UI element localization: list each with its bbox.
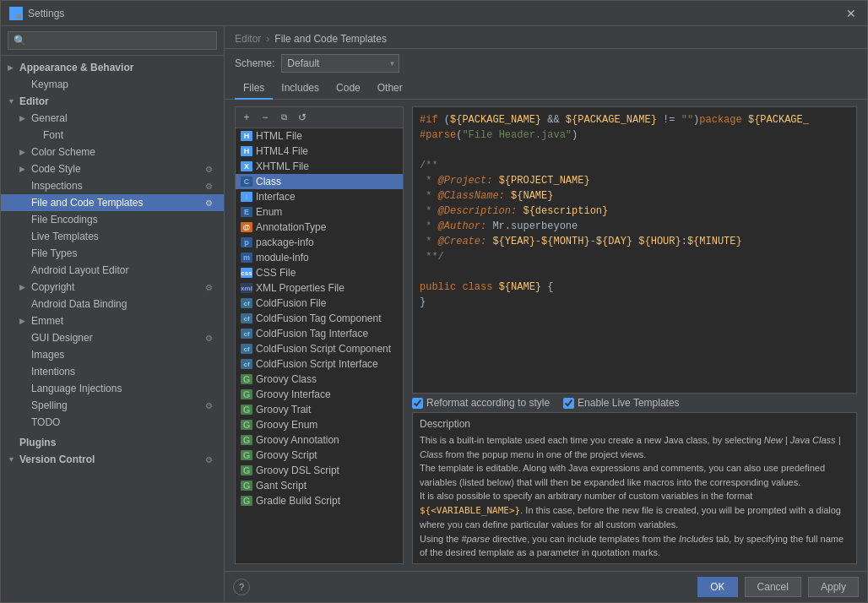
- svg-rect-3: [17, 14, 21, 19]
- reformat-checkbox-label[interactable]: Reformat according to style: [412, 397, 550, 409]
- file-item-gradle-build-script[interactable]: G Gradle Build Script: [236, 493, 403, 508]
- sidebar-item-file-and-code-templates[interactable]: File and Code Templates ⚙: [1, 194, 224, 211]
- file-item-css-file[interactable]: css CSS File: [236, 265, 403, 280]
- file-item-interface[interactable]: I Interface: [236, 189, 403, 204]
- file-item-cf-tag-component[interactable]: cf ColdFusion Tag Component: [236, 311, 403, 326]
- file-item-groovy-interface[interactable]: G Groovy Interface: [236, 387, 403, 402]
- file-icon: G: [241, 405, 252, 415]
- sidebar-item-language-injections[interactable]: Language Injections: [1, 380, 224, 397]
- scheme-select[interactable]: Default Project: [281, 54, 399, 73]
- sidebar-item-general[interactable]: ▶ General: [1, 110, 224, 127]
- sidebar-item-label: File and Code Templates: [31, 197, 202, 209]
- file-icon: G: [241, 465, 252, 475]
- file-item-gant-script[interactable]: G Gant Script: [236, 478, 403, 493]
- close-button[interactable]: ✕: [844, 6, 859, 21]
- sidebar-item-code-style[interactable]: ▶ Code Style ⚙: [1, 160, 224, 177]
- file-item-groovy-dsl-script[interactable]: G Groovy DSL Script: [236, 463, 403, 478]
- live-templates-checkbox-label[interactable]: Enable Live Templates: [563, 397, 680, 409]
- file-item-groovy-annotation[interactable]: G Groovy Annotation: [236, 432, 403, 448]
- file-item-groovy-trait[interactable]: G Groovy Trait: [236, 402, 403, 417]
- sidebar-item-images[interactable]: Images: [1, 346, 224, 363]
- sidebar-item-spelling[interactable]: Spelling ⚙: [1, 397, 224, 414]
- sidebar-item-android-layout-editor[interactable]: Android Layout Editor: [1, 262, 224, 279]
- file-item-class[interactable]: C Class: [236, 174, 403, 189]
- file-item-html4[interactable]: H HTML4 File: [236, 144, 403, 159]
- code-editor[interactable]: #if (${PACKAGE_NAME} && ${PACKAGE_NAME} …: [412, 106, 857, 394]
- sidebar-item-inspections[interactable]: Inspections ⚙: [1, 177, 224, 194]
- file-item-cf-script-interface[interactable]: cf ColdFusion Script Interface: [236, 356, 403, 372]
- file-item-groovy-script[interactable]: G Groovy Script: [236, 448, 403, 463]
- file-item-html[interactable]: H HTML File: [236, 128, 403, 144]
- arrow-icon: ▶: [19, 317, 31, 325]
- remove-button[interactable]: −: [258, 110, 273, 125]
- sidebar-item-copyright[interactable]: ▶ Copyright ⚙: [1, 279, 224, 296]
- arrow-icon: [31, 131, 43, 139]
- code-line: * @ClassName: ${NAME}: [420, 188, 849, 204]
- gear-icon: ⚙: [205, 455, 217, 464]
- sidebar-item-file-types[interactable]: File Types: [1, 245, 224, 262]
- sidebar-item-label: Plugins: [19, 437, 217, 448]
- sidebar-item-editor[interactable]: ▼ Editor: [1, 93, 224, 110]
- arrow-icon: [19, 401, 31, 410]
- arrow-icon: [19, 350, 31, 359]
- file-icon: css: [241, 268, 252, 278]
- sidebar-item-todo[interactable]: TODO: [1, 414, 224, 431]
- help-button[interactable]: ?: [233, 579, 250, 595]
- file-item-module-info[interactable]: m module-info: [236, 250, 403, 265]
- scheme-label: Scheme:: [235, 57, 274, 69]
- live-templates-checkbox[interactable]: [563, 398, 574, 409]
- arrow-icon: [19, 266, 31, 274]
- tab-code[interactable]: Code: [328, 78, 369, 100]
- file-item-groovy-class[interactable]: G Groovy Class: [236, 372, 403, 387]
- reset-button[interactable]: ↺: [295, 110, 310, 125]
- gear-icon: ⚙: [205, 334, 217, 343]
- file-item-xml-properties[interactable]: xml XML Properties File: [236, 280, 403, 296]
- reformat-label: Reformat according to style: [426, 397, 550, 409]
- file-item-coldfusion-file[interactable]: cf ColdFusion File: [236, 296, 403, 311]
- arrow-icon: [19, 80, 31, 89]
- sidebar-item-live-templates[interactable]: Live Templates: [1, 228, 224, 245]
- tab-other[interactable]: Other: [369, 78, 411, 100]
- search-input[interactable]: [8, 31, 217, 50]
- sidebar-item-color-scheme[interactable]: ▶ Color Scheme: [1, 144, 224, 160]
- arrow-icon: [19, 300, 31, 308]
- sidebar-item-keymap[interactable]: Keymap: [1, 76, 224, 93]
- file-item-xhtml[interactable]: X XHTML File: [236, 159, 403, 174]
- cancel-button[interactable]: Cancel: [745, 577, 801, 597]
- gear-icon: ⚙: [205, 198, 217, 208]
- arrow-icon: [19, 215, 31, 224]
- sidebar-item-appearance[interactable]: ▶ Appearance & Behavior: [1, 59, 224, 76]
- arrow-icon: ▶: [19, 283, 31, 291]
- file-item-cf-tag-interface[interactable]: cf ColdFusion Tag Interface: [236, 326, 403, 341]
- sidebar-item-plugins[interactable]: Plugins: [1, 434, 224, 451]
- gear-icon: ⚙: [205, 283, 217, 292]
- sidebar-item-label: Images: [31, 349, 217, 361]
- search-area: [1, 26, 224, 56]
- add-button[interactable]: +: [239, 110, 254, 125]
- code-line: * @Description: ${description}: [420, 204, 849, 219]
- breadcrumb-editor: Editor: [235, 33, 261, 45]
- sidebar-item-intentions[interactable]: Intentions: [1, 363, 224, 380]
- sidebar-item-version-control[interactable]: ▼ Version Control ⚙: [1, 451, 224, 468]
- window-title: Settings: [28, 8, 844, 19]
- reformat-checkbox[interactable]: [412, 398, 423, 409]
- arrow-icon: [19, 367, 31, 376]
- sidebar-item-font[interactable]: Font: [1, 127, 224, 144]
- file-item-cf-script-component[interactable]: cf ColdFusion Script Component: [236, 341, 403, 356]
- arrow-icon: [19, 232, 31, 241]
- sidebar-item-file-encodings[interactable]: File Encodings: [1, 211, 224, 228]
- file-icon: m: [241, 253, 252, 263]
- copy-button[interactable]: ⧉: [276, 110, 291, 125]
- sidebar-item-emmet[interactable]: ▶ Emmet: [1, 312, 224, 329]
- file-item-enum[interactable]: E Enum: [236, 204, 403, 220]
- file-item-annotationtype[interactable]: @ AnnotationType: [236, 220, 403, 235]
- tab-files[interactable]: Files: [235, 78, 273, 100]
- file-item-package-info[interactable]: p package-info: [236, 235, 403, 250]
- tab-includes[interactable]: Includes: [273, 78, 328, 100]
- file-item-groovy-enum[interactable]: G Groovy Enum: [236, 417, 403, 432]
- apply-button[interactable]: Apply: [808, 577, 859, 597]
- sidebar-item-gui-designer[interactable]: GUI Designer ⚙: [1, 329, 224, 346]
- sidebar-item-android-data-binding[interactable]: Android Data Binding: [1, 296, 224, 312]
- code-line: * @Create: ${YEAR}-${MONTH}-${DAY} ${HOU…: [420, 234, 849, 249]
- ok-button[interactable]: OK: [697, 577, 737, 597]
